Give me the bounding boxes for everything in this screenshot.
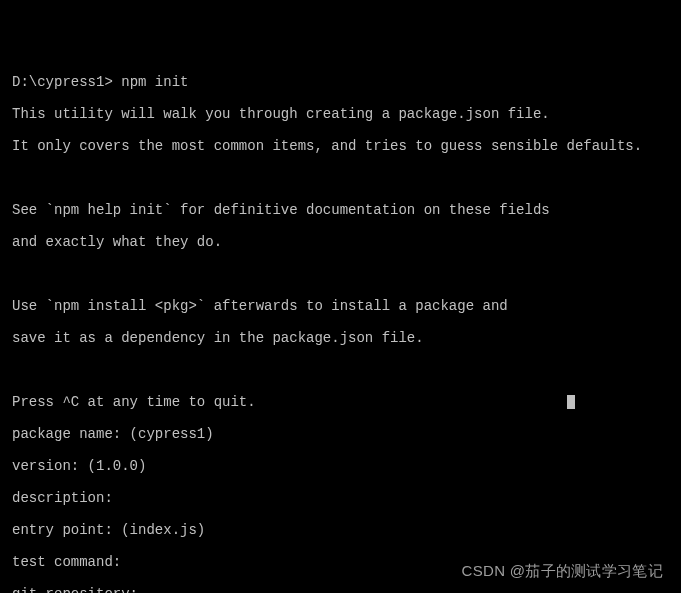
- prompt-path: D:\cypress1>: [12, 74, 113, 90]
- intro-line-4: and exactly what they do.: [12, 234, 669, 250]
- prompt-package-name[interactable]: package name: (cypress1): [12, 426, 669, 442]
- prompt-description[interactable]: description:: [12, 490, 669, 506]
- blank-line: [12, 266, 669, 282]
- intro-line-5: Use `npm install <pkg>` afterwards to in…: [12, 298, 669, 314]
- watermark: CSDN @茄子的测试学习笔记: [462, 563, 663, 579]
- blank-line: [12, 362, 669, 378]
- blank-line: [12, 170, 669, 186]
- intro-line-2: It only covers the most common items, an…: [12, 138, 669, 154]
- intro-line-7: Press ^C at any time to quit.: [12, 394, 669, 410]
- prompt-version[interactable]: version: (1.0.0): [12, 458, 669, 474]
- prompt-line[interactable]: D:\cypress1> npm init: [12, 74, 669, 90]
- intro-line-6: save it as a dependency in the package.j…: [12, 330, 669, 346]
- press-text: Press ^C at any time to quit.: [12, 394, 256, 410]
- prompt-command: npm init: [121, 74, 188, 90]
- cursor-icon: [567, 395, 575, 409]
- intro-line-1: This utility will walk you through creat…: [12, 106, 669, 122]
- prompt-git-repository[interactable]: git repository:: [12, 586, 669, 593]
- intro-line-3: See `npm help init` for definitive docum…: [12, 202, 669, 218]
- prompt-entry-point[interactable]: entry point: (index.js): [12, 522, 669, 538]
